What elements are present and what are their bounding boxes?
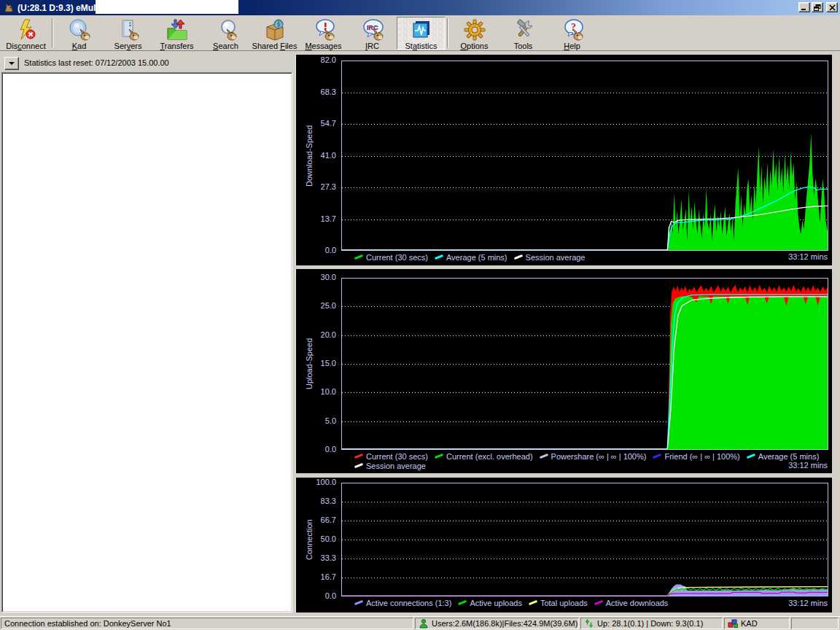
toolbar-button-search[interactable]: Search	[201, 17, 250, 50]
statusbar-kad: KAD	[724, 618, 790, 629]
legend-item: Total uploads	[529, 598, 588, 607]
kad-icon	[68, 18, 91, 42]
legend-item: Session average	[514, 252, 586, 262]
up-down-arrows-icon	[584, 618, 594, 629]
y-tick-label: 83.3	[321, 497, 336, 505]
toolbar-button-label: Help	[564, 42, 580, 50]
statusbar: Connection established on: DonkeyServer …	[0, 616, 840, 630]
download-speed-chart: Download-Speed 82.068.354.741.027.313.70…	[295, 55, 832, 265]
stats-last-reset-label: Statistics last reset: 07/12/2003 15.00.…	[24, 58, 169, 67]
legend-label: Current (30 secs)	[366, 253, 428, 262]
legend-item: Average (5 mins)	[747, 451, 820, 461]
servers-icon	[117, 18, 140, 42]
toolbar-button-messages[interactable]: Messages	[299, 17, 348, 50]
connection-legend: Active connections (1:3)Active uploadsTo…	[354, 598, 766, 607]
window-title: (U:28.1 D:9.3) eMule	[18, 3, 101, 13]
stats-tree-dropdown-button[interactable]	[4, 57, 19, 70]
sharedfiles-icon: S	[263, 18, 287, 42]
toolbar-button-disconnect[interactable]: Disconnect	[1, 17, 50, 50]
statistics-tree[interactable]	[1, 72, 292, 612]
download-duration-label: 33:12 mins	[788, 252, 828, 261]
connection-duration-label: 33:12 mins	[788, 599, 828, 607]
toolbar-button-statistics[interactable]: Statistics	[397, 17, 446, 50]
legend-dash-icon	[529, 600, 537, 605]
toolbar-button-label: Tools	[514, 42, 533, 50]
app-icon	[3, 2, 15, 14]
connection-canvas	[341, 483, 828, 596]
minimize-button[interactable]	[798, 2, 810, 12]
legend-item: Powershare (∞ | ∞ | 100%)	[540, 451, 647, 461]
svg-text:S: S	[277, 22, 281, 27]
y-tick-label: 68.3	[321, 88, 336, 96]
y-tick-label: 16.7	[321, 572, 336, 581]
legend-label: Powershare (∞ | ∞ | 100%)	[551, 452, 647, 461]
legend-label: Total uploads	[540, 599, 588, 607]
toolbar-button-sharedfiles[interactable]: SShared Files	[250, 17, 299, 50]
y-tick-label: 5.0	[325, 416, 336, 425]
legend-dash-icon	[594, 600, 603, 605]
toolbar-button-help[interactable]: ?Help	[548, 17, 596, 50]
y-tick-label: 27.3	[321, 182, 336, 191]
statusbar-extra	[791, 618, 839, 629]
toolbar-button-label: Servers	[114, 42, 142, 50]
chevron-down-icon	[9, 62, 15, 65]
users-files-text: Users:2.6M(186.8k)|Files:424.9M(39.6M)	[432, 619, 578, 628]
y-tick-label: 0.0	[325, 246, 336, 254]
toolbar: DisconnectKadServersTransfersSearchSShar…	[0, 15, 840, 51]
legend-item: Active uploads	[458, 598, 522, 607]
upload-speed-chart: Upload-Speed 30.025.020.015.010.05.00.0 …	[295, 269, 832, 473]
toolbar-button-options[interactable]: Options	[450, 17, 499, 50]
users-icon	[419, 618, 429, 629]
statusbar-users-files: Users:2.6M(186.8k)|Files:424.9M(39.6M)	[415, 618, 579, 629]
statistics-icon	[410, 18, 433, 42]
toolbar-button-label: Messages	[305, 42, 341, 50]
toolbar-button-label: Disconnect	[6, 42, 45, 50]
legend-dash-icon	[435, 454, 443, 459]
y-tick-label: 66.7	[321, 516, 336, 524]
download-legend: Current (30 secs)Average (5 mins)Session…	[354, 252, 766, 262]
upload-speed-canvas	[341, 278, 828, 450]
toolbar-button-tools[interactable]: Tools	[499, 17, 548, 50]
toolbar-button-kad[interactable]: Kad	[55, 17, 104, 50]
legend-label: Current (30 secs)	[366, 452, 428, 461]
legend-label: Active connections (1:3)	[366, 599, 451, 607]
help-icon: ?	[561, 18, 584, 42]
upload-y-ticks: 30.025.020.015.010.05.00.0	[296, 278, 338, 450]
legend-label: Session average	[526, 253, 586, 262]
legend-dash-icon	[747, 454, 755, 459]
legend-dash-icon	[354, 254, 363, 260]
legend-label: Friend (∞ | ∞ | 100%)	[664, 452, 739, 461]
y-tick-label: 100.0	[316, 478, 336, 486]
toolbar-button-transfers[interactable]: Transfers	[152, 17, 201, 50]
legend-dash-icon	[513, 254, 522, 260]
close-button[interactable]	[826, 2, 838, 12]
toolbar-button-label: Transfers	[160, 42, 193, 50]
y-tick-label: 0.0	[325, 445, 336, 454]
y-tick-label: 33.3	[321, 553, 336, 562]
toolbar-button-servers[interactable]: Servers	[104, 17, 152, 50]
legend-dash-icon	[435, 254, 443, 260]
options-icon	[463, 18, 486, 42]
legend-item: Active downloads	[594, 598, 669, 607]
legend-dash-icon	[458, 600, 467, 605]
toolbar-button-irc[interactable]: IRCIRC	[348, 17, 397, 50]
y-tick-label: 10.0	[321, 388, 336, 397]
legend-label: Session average	[366, 462, 426, 470]
upload-duration-label: 33:12 mins	[788, 461, 828, 470]
disconnect-icon	[15, 18, 38, 42]
titlebar-repaint-artifact	[96, 0, 238, 14]
legend-item: Current (30 secs)	[354, 451, 428, 461]
y-tick-label: 41.0	[321, 151, 336, 160]
y-tick-label: 50.0	[321, 534, 336, 543]
connection-status-text: Connection established on: DonkeyServer …	[4, 619, 171, 628]
legend-dash-icon	[354, 600, 363, 605]
messages-icon	[312, 18, 335, 42]
toolbar-button-label: Options	[461, 42, 489, 50]
y-tick-label: 30.0	[321, 273, 336, 281]
legend-item: Current (excl. overhead)	[435, 451, 533, 461]
legend-label: Active downloads	[606, 599, 669, 607]
legend-item: Friend (∞ | ∞ | 100%)	[653, 451, 739, 461]
statusbar-speeds: Up: 28.1(0.1) | Down: 9.3(0.1)	[580, 618, 723, 629]
restore-button[interactable]	[812, 2, 823, 12]
legend-label: Average (5 mins)	[758, 452, 820, 461]
